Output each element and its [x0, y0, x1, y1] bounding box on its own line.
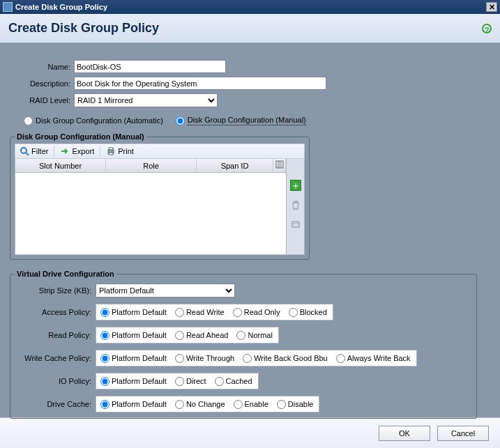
export-label: Export	[72, 147, 94, 155]
drive-no-change[interactable]: No Change	[175, 400, 225, 409]
config-mode-manual-radio[interactable]	[176, 116, 185, 125]
col-options-icon[interactable]	[273, 159, 286, 172]
strip-size-label: Strip Size (KB):	[15, 286, 96, 295]
col-slot-number[interactable]: Slot Number	[15, 159, 106, 172]
name-label: Name:	[10, 63, 74, 71]
io-platform-default[interactable]: Platform Default	[100, 377, 167, 386]
delete-disk-icon	[290, 199, 301, 210]
raid-level-select[interactable]: RAID 1 Mirrored	[74, 93, 218, 107]
disk-table-wrap: Slot Number Role Span ID ＋	[15, 159, 305, 255]
io-direct[interactable]: Direct	[175, 377, 206, 386]
drive-disable[interactable]: Disable	[277, 400, 314, 409]
window-title: Create Disk Group Policy	[15, 3, 486, 11]
write-platform-default[interactable]: Platform Default	[100, 354, 167, 363]
config-mode-manual-label: Disk Group Configuration (Manual)	[188, 116, 306, 125]
svg-rect-4	[109, 153, 113, 155]
description-input[interactable]	[74, 77, 326, 90]
write-cache-policy-label: Write Cache Policy:	[15, 354, 96, 362]
drive-enable[interactable]: Enable	[234, 400, 268, 409]
print-button[interactable]: Print	[103, 145, 137, 157]
write-cache-policy-options: Platform Default Write Through Write Bac…	[96, 350, 417, 366]
access-blocked[interactable]: Blocked	[289, 308, 327, 317]
dialog-header: Create Disk Group Policy ?	[0, 14, 500, 43]
strip-size-select[interactable]: Platform Default	[96, 284, 235, 298]
ok-button[interactable]: OK	[379, 426, 430, 441]
disk-table: Slot Number Role Span ID	[15, 159, 287, 255]
access-policy-label: Access Policy:	[15, 308, 96, 316]
add-disk-icon[interactable]: ＋	[290, 180, 301, 191]
dialog-body: Name: Description: RAID Level: RAID 1 Mi…	[0, 43, 500, 417]
access-policy-options: Platform Default Read Write Read Only Bl…	[96, 304, 333, 320]
io-policy-options: Platform Default Direct Cached	[96, 373, 259, 389]
disk-table-body	[15, 173, 286, 254]
description-label: Description:	[10, 79, 74, 88]
read-policy-label: Read Policy:	[15, 331, 96, 339]
svg-rect-3	[109, 148, 113, 150]
dialog-footer: OK Cancel	[0, 417, 500, 448]
cancel-button[interactable]: Cancel	[437, 426, 489, 441]
config-mode-automatic-label: Disk Group Configuration (Automatic)	[36, 116, 163, 125]
app-icon	[3, 2, 13, 12]
read-read-ahead[interactable]: Read Ahead	[175, 331, 229, 340]
config-mode-radios: Disk Group Configuration (Automatic) Dis…	[24, 116, 490, 125]
help-icon[interactable]: ?	[482, 24, 492, 33]
read-policy-options: Platform Default Read Ahead Normal	[96, 327, 279, 343]
write-always-write-back[interactable]: Always Write Back	[336, 354, 411, 363]
filter-button[interactable]: Filter	[17, 145, 51, 157]
io-policy-label: IO Policy:	[15, 377, 96, 385]
window-titlebar: Create Disk Group Policy ✕	[0, 0, 500, 14]
io-cached[interactable]: Cached	[215, 377, 252, 386]
read-normal[interactable]: Normal	[236, 331, 272, 340]
drive-cache-label: Drive Cache:	[15, 400, 96, 408]
page-title: Create Disk Group Policy	[8, 21, 482, 36]
export-button[interactable]: Export	[57, 145, 97, 157]
vdc-group: Virtual Drive Configuration Strip Size (…	[10, 270, 477, 419]
col-span-id[interactable]: Span ID	[197, 159, 273, 172]
filter-label: Filter	[31, 147, 48, 155]
name-input[interactable]	[74, 60, 226, 73]
info-disk-icon	[290, 219, 301, 230]
config-mode-automatic[interactable]: Disk Group Configuration (Automatic)	[24, 116, 163, 125]
raid-level-label: RAID Level:	[10, 96, 74, 105]
access-read-write[interactable]: Read Write	[175, 308, 225, 317]
vdc-legend: Virtual Drive Configuration	[15, 270, 116, 278]
access-platform-default[interactable]: Platform Default	[100, 308, 167, 317]
col-role[interactable]: Role	[106, 159, 197, 172]
toolbar-separator	[54, 146, 54, 157]
manual-config-legend: Disk Group Configuration (Manual)	[15, 132, 146, 141]
svg-line-1	[26, 153, 29, 155]
drive-cache-options: Platform Default No Change Enable Disabl…	[96, 396, 319, 412]
svg-point-0	[21, 148, 26, 153]
toolbar-separator	[100, 146, 100, 157]
write-back-good-bbu[interactable]: Write Back Good Bbu	[243, 354, 328, 363]
print-icon	[106, 146, 116, 156]
disk-table-header: Slot Number Role Span ID	[15, 159, 286, 173]
close-icon[interactable]: ✕	[486, 2, 497, 12]
manual-toolbar: Filter Export Print	[15, 144, 305, 159]
filter-icon	[20, 146, 29, 156]
write-write-through[interactable]: Write Through	[175, 354, 234, 363]
print-label: Print	[118, 147, 134, 155]
disk-table-sidebar: ＋	[287, 159, 305, 255]
read-platform-default[interactable]: Platform Default	[100, 331, 167, 340]
svg-rect-6	[292, 222, 299, 227]
access-read-only[interactable]: Read Only	[233, 308, 280, 317]
config-mode-manual[interactable]: Disk Group Configuration (Manual)	[176, 116, 306, 125]
drive-platform-default[interactable]: Platform Default	[100, 400, 167, 409]
config-mode-automatic-radio[interactable]	[24, 116, 33, 125]
manual-config-group: Disk Group Configuration (Manual) Filter…	[10, 132, 310, 260]
export-icon	[60, 146, 70, 156]
